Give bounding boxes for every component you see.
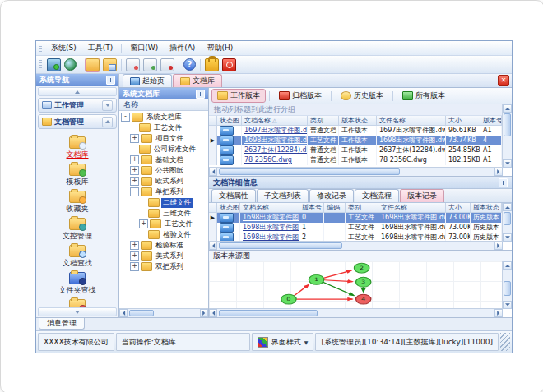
pin-icon[interactable] [499,178,508,187]
column-header-5[interactable]: 类别 [346,203,378,213]
column-header-7[interactable]: 版本号 [480,116,502,126]
tree-node[interactable]: +双把系列 [119,261,208,272]
tree-node[interactable]: -系统文档库 [119,112,208,122]
scroll-left-arrow[interactable] [209,168,217,176]
tree-column-header[interactable]: 名称 [119,99,208,111]
chevron-down-icon[interactable] [102,100,113,111]
tree-node[interactable]: 工艺文件 [119,122,208,133]
scroll-thumb[interactable] [504,212,511,225]
scroll-down-arrow[interactable] [503,159,512,168]
tab-document-library[interactable]: 文档库 [173,74,222,87]
column-header-2[interactable]: 文档名称 [240,203,299,213]
column-header-7[interactable]: 大小 [446,203,471,213]
menu-item-tools[interactable]: 工具(T) [82,42,119,54]
message-manage-tab[interactable]: 消息管理 [39,318,85,330]
scroll-down-arrow[interactable] [503,233,512,242]
power-icon[interactable] [222,58,236,71]
sidebar-scroll-down[interactable] [38,307,117,316]
scroll-thumb[interactable] [504,281,511,296]
tree-toggle-plus[interactable]: + [130,166,139,175]
document-row[interactable]: ▶1698出水嘴零件图.dwg工艺文件工作版本1698出水嘴零件图.dwg73.… [209,136,503,145]
detail-tab-version-records[interactable]: 版本记录 [400,189,444,202]
column-header-1[interactable]: 状态图 [217,116,242,126]
scroll-thumb[interactable] [504,113,511,136]
lock-icon[interactable] [205,58,219,71]
sidebar-group-document[interactable]: 文档管理 [38,114,117,129]
tree-node[interactable]: +基础文档 [119,154,208,165]
version-button-archived-version[interactable]: 归档版本 [274,90,327,102]
globe-icon[interactable] [64,58,77,71]
version-node-4[interactable]: 4 [356,294,371,304]
column-header-3[interactable]: 类别 [308,116,339,126]
sidebar-item-doc-control[interactable]: 文控管理 [39,215,115,242]
document-row[interactable]: 2637主体(12284).dwg普通文档工作版本2637主体(12284).d… [209,145,503,155]
tree-toggle-plus[interactable]: + [130,241,139,250]
version-row[interactable]: ▶1698出水嘴零件图.dwg0工艺文件1698出水嘴零件图.dwg73.00K… [209,213,503,223]
scroll-up-arrow[interactable] [503,104,512,113]
version-node-1[interactable]: 1 [309,274,323,284]
scroll-thumb[interactable] [129,310,154,316]
column-header-5[interactable]: 文件名称 [377,116,446,126]
pin-icon[interactable] [106,76,115,85]
tree-hscrollbar[interactable] [119,308,208,317]
tree-toggle-minus[interactable]: - [121,113,130,122]
column-header-4[interactable]: 编码 [324,203,346,213]
scroll-thumb[interactable] [219,242,342,249]
pin-icon[interactable] [196,90,205,99]
detail-tab-sub-doc-list[interactable]: 子文档列表 [257,189,309,202]
close-tab-button[interactable]: ✕ [498,75,509,86]
column-header-4[interactable]: 版本状态 [339,116,377,126]
folder-open-icon[interactable] [86,58,100,71]
graph-vscrollbar[interactable] [502,261,512,309]
version-row[interactable]: 1698出水嘴零件图.dwg2工艺文件1698出水嘴零件图.dwg73.00KB… [209,233,503,241]
tree-node[interactable]: +检验标准 [119,240,208,251]
version-row[interactable]: 1698出水嘴零件图.dwg1工艺文件1698出水嘴零件图.dwg73.00KB… [209,223,503,233]
graph-hscrollbar[interactable] [209,308,503,317]
monitor-icon[interactable] [47,58,61,71]
scroll-right-arrow[interactable] [494,309,503,317]
column-header-6[interactable]: 文件名称 [378,203,446,213]
sidebar-item-checked-out-docs[interactable]: 签出的文档 [39,297,115,307]
tree-node[interactable]: +欧式系列 [119,176,208,187]
tree-toggle-plus[interactable]: + [130,134,139,143]
tree-node[interactable]: -单把系列 [119,187,208,197]
version-button-working-version[interactable]: 工作版本 [212,90,265,102]
scroll-up-arrow[interactable] [503,261,512,270]
mail-del-icon[interactable] [160,58,174,71]
sidebar-item-folder-search[interactable]: 文件夹查找 [39,270,115,297]
column-header-1[interactable]: 状态图 [217,203,240,213]
toolbar-drag-grip[interactable] [39,60,42,69]
version-node-3[interactable]: 3 [356,277,371,287]
ui-style-dropdown[interactable]: 界面样式 ▼ [252,333,314,351]
document-table-vscrollbar[interactable] [502,104,512,168]
detail-tab-doc-properties[interactable]: 文档属性 [211,189,256,202]
scroll-right-arrow[interactable] [494,242,503,250]
scroll-thumb[interactable] [219,310,318,316]
document-row[interactable]: 1697出水嘴零件图.dwg普通文档工作版本1697出水嘴零件图.dwg96.6… [209,126,503,136]
menu-item-system[interactable]: 系统(S) [45,42,82,54]
scroll-thumb[interactable] [219,168,400,175]
sidebar-group-work[interactable]: 工作管理 [38,98,117,113]
tree-toggle-plus[interactable]: + [139,219,148,228]
scroll-left-arrow[interactable] [209,309,217,317]
sidebar-item-document-library[interactable]: 文档库 [39,134,115,161]
tree-node[interactable]: 检验文件 [119,229,208,240]
version-node-0[interactable]: 0 [281,294,296,304]
folder-grid-icon[interactable] [103,58,117,71]
scroll-down-arrow[interactable] [503,301,512,309]
menu-drag-grip[interactable] [39,44,42,53]
tree-toggle-plus[interactable]: + [130,155,139,164]
scroll-left-arrow[interactable] [209,242,217,250]
mail-reply-icon[interactable] [143,58,157,71]
tree-toggle-minus[interactable]: - [130,187,139,196]
detail-tab-modify-records[interactable]: 修改记录 [309,189,354,202]
scroll-right-arrow[interactable] [494,168,503,176]
document-row[interactable]: 78 2356C.dwg普通文档工作版本78 2356C.dwg182.15KB… [209,155,503,165]
version-graph-canvas[interactable]: 01234 [209,261,503,309]
column-header-6[interactable]: 大小 [446,116,480,126]
version-node-2[interactable]: 2 [354,263,369,273]
tree-node[interactable]: +美式系列 [119,251,208,261]
column-header-2[interactable]: 文档名称△ [242,116,308,126]
column-header-3[interactable]: 版本号 [299,203,324,213]
version-button-all-versions[interactable]: 所有版本 [397,90,450,102]
